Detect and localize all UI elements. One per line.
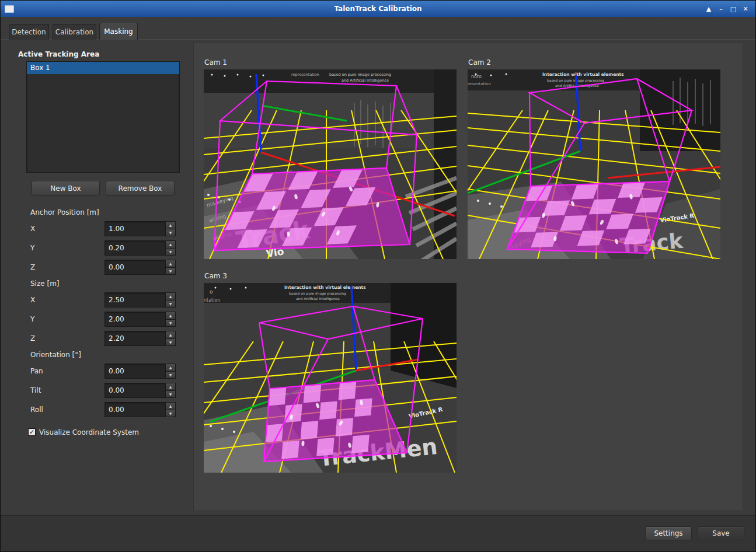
anchor-z-label: Z xyxy=(30,263,35,271)
spin-down-icon[interactable]: ▼ xyxy=(166,300,175,308)
spin-up-icon[interactable]: ▲ xyxy=(166,260,175,267)
roll-input[interactable] xyxy=(105,403,165,417)
titlebar[interactable]: TalenTrack Calibration ▲ – □ ✕ xyxy=(1,1,755,17)
cam1-view[interactable]: representation based on pure image proce… xyxy=(204,69,457,259)
spin-down-icon[interactable]: ▼ xyxy=(166,248,175,256)
anchor-y-spinbox: ▲ ▼ xyxy=(104,240,176,256)
cam3-watermark-4: based on pure image processing xyxy=(289,291,346,296)
size-x-label: X xyxy=(30,296,35,304)
cam1-watermark-3: and Artificial Intelligence xyxy=(342,78,389,83)
pan-spinbox: ▲ ▼ xyxy=(104,364,176,379)
size-z-label: Z xyxy=(30,334,35,343)
size-x-spinbox: ▲ ▼ xyxy=(104,292,176,308)
anchor-z-input[interactable] xyxy=(105,260,165,274)
anchor-y-spin-buttons: ▲ ▼ xyxy=(165,241,175,255)
spin-down-icon[interactable]: ▼ xyxy=(166,229,175,236)
cam3-label: Cam 3 xyxy=(204,272,227,280)
pan-label: Pan xyxy=(30,367,43,375)
camera-views-panel: Cam 1 xyxy=(193,43,743,511)
tilt-input[interactable] xyxy=(105,383,165,397)
new-box-button[interactable]: New Box xyxy=(32,181,100,195)
size-y-spin-buttons: ▲ ▼ xyxy=(165,312,175,326)
anchor-x-input[interactable] xyxy=(105,222,165,236)
size-y-input[interactable] xyxy=(105,312,165,326)
spin-down-icon[interactable]: ▼ xyxy=(166,319,175,327)
size-z-spinbox: ▲ ▼ xyxy=(104,331,176,346)
spin-up-icon[interactable]: ▲ xyxy=(166,364,175,371)
cam1-watermark-2: based on pure image processing xyxy=(329,72,391,77)
cam2-watermark-2: resentation xyxy=(468,82,491,86)
size-y-spinbox: ▲ ▼ xyxy=(104,312,176,327)
spin-up-icon[interactable]: ▲ xyxy=(166,293,175,300)
minimize-button[interactable]: – xyxy=(716,4,726,14)
anchor-y-input[interactable] xyxy=(105,241,165,255)
spin-up-icon[interactable]: ▲ xyxy=(166,241,175,248)
active-tracking-area-heading: Active Tracking Area xyxy=(18,50,99,58)
spin-up-icon[interactable]: ▲ xyxy=(166,312,175,319)
cam3-watermark-3: Interaction with virtual elements xyxy=(284,285,366,290)
cam3-watermark-2: ntation xyxy=(204,298,220,303)
roll-label: Roll xyxy=(30,406,43,414)
anchor-z-spin-buttons: ▲ ▼ xyxy=(165,260,175,274)
cam3-view[interactable]: o ntation Interaction with virtual eleme… xyxy=(204,283,457,473)
spin-down-icon[interactable]: ▼ xyxy=(166,371,175,379)
size-x-input[interactable] xyxy=(105,293,165,307)
orientation-heading: Orientation [°] xyxy=(30,351,81,359)
check-icon: ✓ xyxy=(29,428,34,436)
close-button[interactable]: ✕ xyxy=(740,4,751,14)
roll-spin-buttons: ▲ ▼ xyxy=(165,403,175,417)
spin-up-icon[interactable]: ▲ xyxy=(166,222,175,229)
size-z-spin-buttons: ▲ ▼ xyxy=(165,331,175,345)
spin-down-icon[interactable]: ▼ xyxy=(166,390,175,398)
pan-spin-buttons: ▲ ▼ xyxy=(165,364,175,378)
rollup-button[interactable]: ▲ xyxy=(703,4,714,14)
window-title: TalenTrack Calibration xyxy=(1,5,755,13)
spin-down-icon[interactable]: ▼ xyxy=(166,410,175,417)
spin-down-icon[interactable]: ▼ xyxy=(166,267,175,275)
cam2-view[interactable]: noto resentation Interaction with virtua… xyxy=(468,69,720,259)
anchor-z-spinbox: ▲ ▼ xyxy=(104,260,176,275)
roll-spinbox: ▲ ▼ xyxy=(104,402,176,417)
cam3-feed-image: o ntation Interaction with virtual eleme… xyxy=(204,283,457,473)
cam2-watermark-1: noto xyxy=(471,74,482,79)
anchor-x-spinbox: ▲ ▼ xyxy=(104,221,176,236)
visualize-coordinate-label: Visualize Coordinate System xyxy=(39,428,139,436)
app-icon[interactable] xyxy=(5,5,14,13)
size-heading: Size [m] xyxy=(30,280,60,288)
maximize-button[interactable]: □ xyxy=(728,4,738,14)
pan-input[interactable] xyxy=(105,364,165,378)
remove-box-button[interactable]: Remove Box xyxy=(106,181,175,195)
cam1-label: Cam 1 xyxy=(204,58,227,67)
save-button[interactable]: Save xyxy=(698,526,744,540)
tilt-spinbox: ▲ ▼ xyxy=(104,383,176,398)
window-controls: ▲ – □ ✕ xyxy=(703,4,755,14)
cam3-watermark-1: o xyxy=(210,289,213,295)
size-x-spin-buttons: ▲ ▼ xyxy=(165,293,175,307)
tab-calibration[interactable]: Calibration xyxy=(53,24,96,40)
visualize-coordinate-checkbox[interactable]: ✓ xyxy=(28,428,36,436)
spin-up-icon[interactable]: ▲ xyxy=(166,403,175,410)
anchor-y-label: Y xyxy=(30,244,34,252)
cam1-watermark-1: representation xyxy=(291,72,319,77)
tracking-area-list[interactable]: Box 1 xyxy=(26,61,180,173)
list-item-box1[interactable]: Box 1 xyxy=(27,62,179,74)
spin-up-icon[interactable]: ▲ xyxy=(166,383,175,390)
anchor-x-label: X xyxy=(30,225,35,233)
tab-detection[interactable]: Detection xyxy=(9,24,49,40)
anchor-x-spin-buttons: ▲ ▼ xyxy=(165,222,175,236)
cam3-watermark-5: and Artificial Intelligence xyxy=(296,296,340,301)
footer-bar: Settings Save xyxy=(1,515,755,551)
cam1-feed-image: representation based on pure image proce… xyxy=(204,69,457,259)
spin-down-icon[interactable]: ▼ xyxy=(166,338,175,346)
app-window: TalenTrack Calibration ▲ – □ ✕ Detection… xyxy=(0,0,756,552)
tab-masking[interactable]: Masking xyxy=(99,23,138,40)
tilt-label: Tilt xyxy=(30,386,41,394)
cam2-feed-image: noto resentation Interaction with virtua… xyxy=(468,69,720,259)
settings-button[interactable]: Settings xyxy=(645,526,692,540)
size-y-label: Y xyxy=(30,315,34,323)
spin-up-icon[interactable]: ▲ xyxy=(166,331,175,338)
anchor-position-heading: Anchor Position [m] xyxy=(30,208,99,216)
cam2-watermark-3: Interaction with virtual elements xyxy=(542,72,624,77)
size-z-input[interactable] xyxy=(105,331,165,345)
cam2-label: Cam 2 xyxy=(468,58,491,67)
